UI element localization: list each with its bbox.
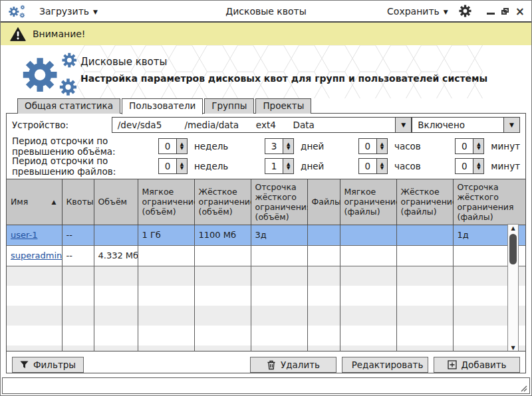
grace-files-weeks-value[interactable]: 0 [159, 159, 176, 173]
stepper-buttons[interactable]: ▲▼ [176, 159, 187, 173]
column-header-grace-volume[interactable]: Отсрочка жёсткого ограничения (объём) [251, 179, 307, 225]
arrow-down-icon: ▼ [380, 166, 384, 170]
tab-bar: Общая статистика Пользователи Группы Про… [1, 98, 531, 114]
device-select[interactable]: /dev/sda5 /media/data ext4 Data ▼ [112, 117, 412, 133]
settings-button[interactable] [459, 5, 472, 18]
status-bar [2, 377, 530, 394]
quota-status-value: Включено [412, 118, 503, 132]
column-header-grace-files[interactable]: Отсрочка жёсткого ограничения (файлы) [453, 179, 525, 225]
scroll-up-arrow-icon[interactable]: ▲ [511, 225, 515, 233]
grace-files-hours-value[interactable]: 0 [359, 159, 376, 173]
device-row: Устройство: /dev/sda5 /media/data ext4 D… [7, 114, 525, 136]
chevron-down-icon: ▼ [509, 122, 514, 128]
empty-row [7, 266, 525, 286]
grace-volume-weeks-value[interactable]: 0 [159, 139, 176, 153]
grace-files-weeks-stepper[interactable]: 0 ▲▼ [158, 158, 188, 174]
device-dropdown-button[interactable]: ▼ [395, 118, 411, 132]
scrollbar-thumb[interactable] [509, 234, 517, 264]
add-button[interactable]: Добавить [434, 357, 520, 373]
quota-status-select[interactable]: Включено ▼ [412, 117, 520, 133]
grace-files-days-stepper[interactable]: 1 ▲▼ [265, 158, 294, 174]
grace-files-days-value[interactable]: 1 [265, 159, 283, 173]
arrow-down-icon: ▼ [287, 166, 290, 170]
table-cell: 1 Гб [138, 225, 194, 245]
user-link[interactable]: superadmin [11, 250, 62, 260]
column-header-hard-limit-volume[interactable]: Жёсткое ограничение (объём) [194, 179, 251, 225]
status-dropdown-button[interactable]: ▼ [503, 118, 519, 132]
grace-volume-label: Период отсрочки по превышению объёма: [12, 136, 158, 157]
stepper-buttons[interactable]: ▲▼ [283, 159, 293, 173]
column-header-hard-limit-files[interactable]: Жёсткое ограничение (файлы) [396, 179, 453, 225]
minimize-button[interactable] [487, 13, 495, 15]
page-subtitle: Настройка параметров дисковых квот для г… [80, 73, 487, 84]
stepper-buttons[interactable]: ▲▼ [376, 159, 387, 173]
table-vertical-scrollbar[interactable]: ▲ ▼ [507, 224, 519, 351]
table-cell [307, 225, 340, 245]
table-cell [396, 245, 453, 266]
title-bar: Загрузить ▼ Дисковые квоты Сохранить ▼ × [1, 1, 531, 23]
table-cell [194, 245, 251, 266]
table-cell [340, 245, 396, 266]
column-header-name[interactable]: Имя▲ [7, 179, 62, 225]
tab-projects[interactable]: Проекты [255, 98, 311, 114]
table-cell [251, 245, 307, 266]
column-header-volume[interactable]: Объём [94, 179, 138, 225]
save-menu[interactable]: Сохранить ▼ [387, 6, 448, 17]
grace-volume-days-stepper[interactable]: 3 ▲▼ [265, 138, 294, 154]
grace-volume-weeks-stepper[interactable]: 0 ▲▼ [158, 138, 188, 154]
weeks-unit-label: недель [194, 141, 228, 151]
filters-button[interactable]: Фильтры [12, 357, 84, 373]
column-header-quotas[interactable]: Квоты [62, 179, 94, 225]
maximize-button[interactable] [501, 8, 509, 15]
table-header-row: Имя▲ Квоты Объём Мягкое ограничение (объ… [7, 179, 525, 225]
resize-grip-icon[interactable] [519, 384, 527, 392]
tab-groups[interactable]: Группы [204, 98, 254, 114]
load-menu[interactable]: Загрузить ▼ [39, 6, 98, 17]
table-row-user-1[interactable]: user-1 -- 1 Гб 1100 Мб 3д 1д [7, 225, 525, 245]
user-link[interactable]: user-1 [11, 230, 38, 240]
gear-icon [459, 5, 471, 17]
grace-files-minutes-stepper[interactable]: 0 ▲▼ [455, 158, 484, 174]
grace-files-label: Период отсрочки по превышению файлов: [12, 155, 158, 177]
grace-files-hours-stepper[interactable]: 0 ▲▼ [358, 158, 388, 174]
stepper-buttons[interactable]: ▲▼ [283, 139, 293, 153]
table-cell [138, 245, 194, 266]
stepper-buttons[interactable]: ▲▼ [473, 159, 483, 173]
tab-general-statistics[interactable]: Общая статистика [17, 98, 120, 114]
column-header-files[interactable]: Файлы [307, 179, 340, 225]
delete-button[interactable]: Удалить [250, 357, 336, 373]
close-button[interactable]: × [515, 7, 525, 16]
table-cell: -- [62, 245, 94, 266]
grace-volume-minutes-stepper[interactable]: 0 ▲▼ [455, 138, 484, 154]
arrow-down-icon: ▼ [287, 146, 290, 150]
app-gears-icon [7, 3, 27, 20]
grace-files-minutes-value[interactable]: 0 [456, 159, 473, 173]
tab-users[interactable]: Пользователи [122, 98, 203, 114]
days-unit-label: дней [301, 141, 324, 151]
edit-button[interactable]: Редактировать [342, 357, 428, 373]
grace-volume-hours-value[interactable]: 0 [359, 139, 376, 153]
page-title: Дисковые квоты [80, 56, 487, 68]
column-header-label: Имя [11, 197, 28, 207]
plus-icon [448, 360, 457, 369]
scroll-down-arrow-icon[interactable]: ▼ [511, 344, 515, 351]
column-header-soft-limit-files[interactable]: Мягкое ограничение (файлы) [340, 179, 396, 225]
load-menu-label: Загрузить [39, 6, 89, 17]
device-select-value: /dev/sda5 /media/data ext4 Data [112, 118, 395, 132]
add-button-label: Добавить [462, 359, 507, 370]
empty-row [7, 306, 525, 326]
device-label: Устройство: [12, 120, 112, 130]
column-header-soft-limit-volume[interactable]: Мягкое ограничение (объём) [138, 179, 194, 225]
grace-volume-minutes-value[interactable]: 0 [456, 139, 473, 153]
warning-icon [10, 27, 26, 41]
stepper-buttons[interactable]: ▲▼ [473, 139, 483, 153]
grace-volume-hours-stepper[interactable]: 0 ▲▼ [358, 138, 388, 154]
stepper-buttons[interactable]: ▲▼ [376, 139, 387, 153]
sort-ascending-icon: ▲ [52, 199, 57, 205]
chevron-down-icon: ▼ [444, 9, 448, 15]
stepper-buttons[interactable]: ▲▼ [176, 139, 187, 153]
arrow-down-icon: ▼ [477, 166, 480, 170]
app-logo-gears [15, 48, 90, 98]
grace-volume-days-value[interactable]: 3 [265, 139, 283, 153]
table-row-superadmin[interactable]: superadmin -- 4.332 Мб [7, 245, 525, 266]
